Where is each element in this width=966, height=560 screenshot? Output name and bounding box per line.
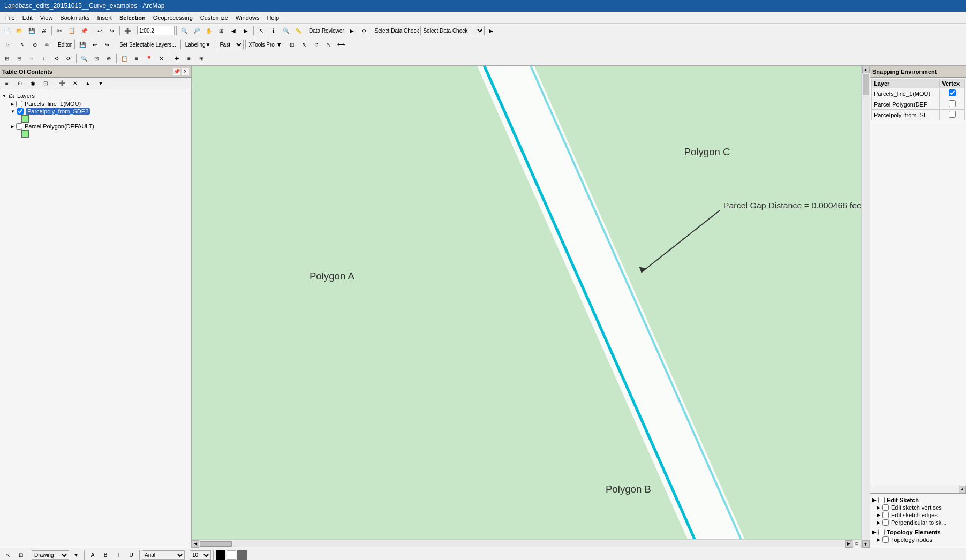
- toc-selection-btn[interactable]: ⊡: [40, 78, 51, 89]
- topology-nodes-check[interactable]: [882, 536, 889, 543]
- create-features-btn[interactable]: ✚: [171, 52, 183, 64]
- zoom-selected-btn[interactable]: 🔍: [78, 52, 90, 64]
- zoom-out-button[interactable]: 🔎: [191, 25, 202, 36]
- color-btn[interactable]: [216, 550, 225, 560]
- rotate-btn[interactable]: ↺: [311, 39, 322, 50]
- map-hscrollbar[interactable]: ◀ ▶ ⊡: [192, 539, 861, 548]
- tb3-btn5[interactable]: ⟲: [50, 52, 62, 64]
- scroll-left-arrow[interactable]: ◀: [192, 540, 199, 548]
- save-button[interactable]: 💾: [26, 25, 37, 36]
- edit-tool-btn[interactable]: ↖: [17, 39, 28, 50]
- layers-expand[interactable]: ▼: [2, 94, 6, 99]
- dr-btn2[interactable]: ⚙: [358, 25, 370, 36]
- scroll-right-arrow[interactable]: ▶: [845, 540, 852, 548]
- run-check-button[interactable]: ▶: [485, 25, 497, 36]
- copy-button[interactable]: 📋: [66, 25, 78, 36]
- toc-pin-btn[interactable]: 📌: [173, 68, 180, 75]
- parcel-polygon-expand[interactable]: ▶: [11, 124, 14, 129]
- toc-source-view-btn[interactable]: ⊙: [14, 78, 26, 89]
- drawing-arrow-btn[interactable]: ▼: [70, 549, 82, 561]
- menu-bookmarks[interactable]: Bookmarks: [57, 13, 93, 22]
- layers-root[interactable]: ▼ 🗂 Layers: [2, 92, 189, 100]
- hscroll-track[interactable]: [199, 541, 845, 547]
- topology-btn[interactable]: ⊞: [195, 52, 207, 64]
- drawing-combo[interactable]: Drawing: [32, 550, 69, 560]
- parcels-line-expand[interactable]: ▶: [11, 102, 14, 107]
- scroll-track[interactable]: [862, 73, 870, 540]
- right-scroll-arrow-up[interactable]: ▲: [959, 486, 966, 493]
- edit-edges-check[interactable]: [882, 512, 889, 518]
- scroll-thumb[interactable]: [863, 74, 869, 95]
- new-button[interactable]: 📄: [1, 25, 13, 36]
- print-button[interactable]: 🖨: [38, 25, 50, 36]
- overview-btn[interactable]: ⊡: [852, 540, 861, 548]
- save-edits-btn[interactable]: 💾: [77, 39, 88, 50]
- snap-env-btn[interactable]: ⊡: [286, 39, 298, 50]
- tb3-btn2[interactable]: ⊟: [13, 52, 25, 64]
- hscroll-thumb[interactable]: [200, 541, 232, 547]
- scroll-down-arrow[interactable]: ▼: [862, 540, 870, 548]
- menu-geoprocessing[interactable]: Geoprocessing: [150, 13, 196, 22]
- menu-windows[interactable]: Windows: [232, 13, 263, 22]
- edit-sketch-expand[interactable]: ▶: [872, 497, 876, 503]
- tb3-btn6[interactable]: ⟳: [63, 52, 74, 64]
- toc-move-down-btn[interactable]: ▼: [95, 78, 107, 89]
- labeling-btn[interactable]: Labeling ▼: [183, 39, 214, 50]
- edit-vertices-btn[interactable]: ⊙: [29, 39, 41, 50]
- paste-button[interactable]: 📌: [78, 25, 90, 36]
- sketch-tool-btn[interactable]: ✏: [41, 39, 53, 50]
- open-button[interactable]: 📂: [13, 25, 25, 36]
- add-data-button[interactable]: ➕: [122, 25, 133, 36]
- toc-close-btn[interactable]: ×: [182, 68, 189, 75]
- fontsize-combo[interactable]: 10: [190, 550, 211, 560]
- pan-button[interactable]: ✋: [203, 25, 215, 36]
- clear-selection-btn[interactable]: ✕: [155, 52, 167, 64]
- toc-layer-parcels-line[interactable]: ▶ Parcels_line_1(MOU): [11, 100, 189, 108]
- menu-file[interactable]: File: [2, 13, 18, 22]
- fill-color-btn[interactable]: [227, 550, 236, 560]
- toc-remove-layer-btn[interactable]: ✕: [69, 78, 81, 89]
- identify-button[interactable]: ℹ: [268, 25, 280, 36]
- parcels-line-check[interactable]: [16, 101, 22, 107]
- map-area[interactable]: Polygon A Polygon B Polygon C Parcel Gap…: [192, 66, 870, 548]
- perp-expand[interactable]: ▶: [877, 520, 880, 525]
- ev-expand[interactable]: ▶: [877, 505, 880, 510]
- toc-layer-parcel-polygon[interactable]: ▶ Parcel Polygon(DEFAULT): [11, 123, 189, 130]
- select-by-attr-btn[interactable]: ≡: [131, 52, 142, 64]
- set-selectable-btn[interactable]: Set Selectable Layers...: [117, 39, 179, 50]
- dr-btn1[interactable]: ▶: [346, 25, 358, 36]
- map-vscrollbar[interactable]: ▲ ▼: [861, 66, 870, 548]
- mirror-btn[interactable]: ⟷: [335, 39, 347, 50]
- text-btn[interactable]: A: [87, 549, 99, 561]
- measure-button[interactable]: 📏: [292, 25, 304, 36]
- menu-help[interactable]: Help: [263, 13, 282, 22]
- menu-edit[interactable]: Edit: [19, 13, 36, 22]
- back-extent-button[interactable]: ◀: [228, 25, 239, 36]
- find-button[interactable]: 🔍: [280, 25, 292, 36]
- menu-selection[interactable]: Selection: [116, 13, 149, 22]
- menu-customize[interactable]: Customize: [197, 13, 231, 22]
- tb3-btn3[interactable]: ↔: [26, 52, 37, 64]
- zoom-fixed-btn[interactable]: ⊕: [103, 52, 115, 64]
- data-check-combo[interactable]: Select Data Check: [420, 26, 485, 35]
- cut-button[interactable]: ✂: [54, 25, 65, 36]
- topology-elements-check[interactable]: [878, 529, 885, 535]
- fast-combo[interactable]: Fast: [217, 40, 244, 49]
- line-color-btn[interactable]: [237, 550, 247, 560]
- toc-layer-parcelpoly-sde2[interactable]: ▼ Parcelpoly_from_SDE2: [11, 108, 189, 115]
- undo-button[interactable]: ↩: [94, 25, 105, 36]
- toc-move-up-btn[interactable]: ▲: [82, 78, 94, 89]
- nodes-expand[interactable]: ▶: [877, 537, 880, 542]
- bold-btn[interactable]: B: [100, 549, 111, 561]
- attribute-table-btn[interactable]: 📋: [118, 52, 130, 64]
- select-by-location-btn[interactable]: 📍: [143, 52, 155, 64]
- toc-add-layer-btn[interactable]: ➕: [56, 78, 68, 89]
- parcelpoly-sde2-check[interactable]: [17, 108, 24, 115]
- forward-extent-button[interactable]: ▶: [240, 25, 252, 36]
- ee-expand[interactable]: ▶: [877, 512, 880, 518]
- select-feature-btn[interactable]: ↖: [2, 549, 14, 561]
- snapping-vertex-3[interactable]: [940, 110, 965, 120]
- edit-sketch-check[interactable]: [878, 497, 885, 503]
- redo-edit-btn[interactable]: ↪: [101, 39, 113, 50]
- zoom-in-button[interactable]: 🔍: [178, 25, 190, 36]
